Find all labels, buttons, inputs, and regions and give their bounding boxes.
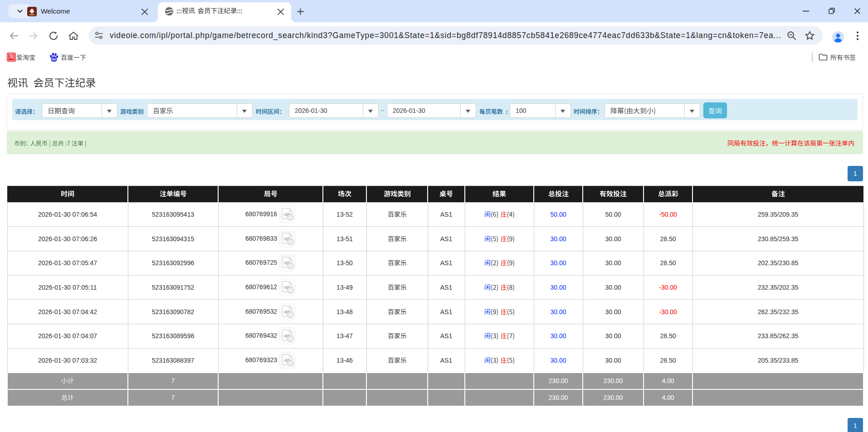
- svg-text:du: du: [52, 57, 56, 61]
